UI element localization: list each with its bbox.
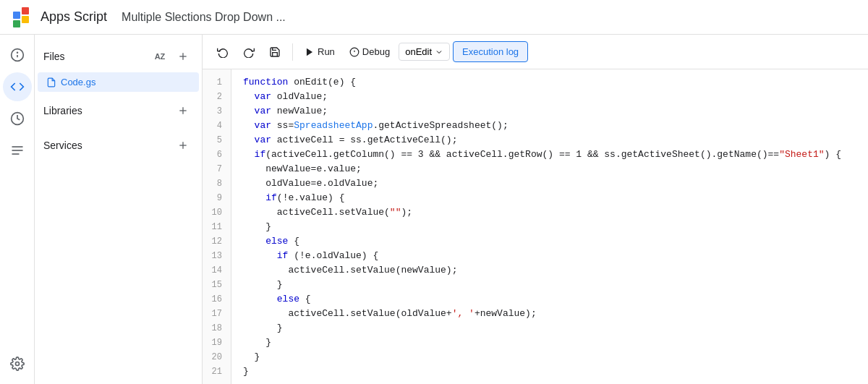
file-item-code-gs[interactable]: Code.gs — [38, 72, 199, 92]
plus-icon — [177, 140, 189, 151]
code-line: } — [243, 364, 868, 379]
line-number: 1 — [203, 75, 231, 90]
code-line: var oldValue; — [243, 90, 868, 104]
code-line: var newValue; — [243, 104, 868, 119]
add-library-button[interactable] — [173, 101, 193, 121]
sort-icon: AZ — [155, 52, 166, 61]
file-icon — [46, 77, 56, 88]
line-number: 9 — [203, 191, 231, 205]
execution-log-button[interactable]: Execution log — [453, 41, 528, 62]
rail-info-icon[interactable] — [3, 40, 32, 69]
line-number: 11 — [203, 220, 231, 234]
top-bar: Apps Script Multiple Slections Drop Down… — [0, 0, 868, 35]
project-title: Multiple Slections Drop Down ... — [122, 11, 286, 24]
line-number: 15 — [203, 278, 231, 292]
code-line: else { — [243, 234, 868, 249]
code-line: else { — [243, 292, 868, 307]
logo-area: Apps Script — [12, 6, 107, 29]
code-line: activeCell.setValue(newValue); — [243, 263, 868, 278]
sidebar: Files AZ Code.gs Libraries — [35, 35, 203, 384]
files-header-actions: AZ — [150, 46, 193, 67]
svg-rect-3 — [13, 20, 20, 27]
svg-rect-0 — [13, 12, 20, 19]
code-line: var ss=SpreadsheetApp.getActiveSpreadshe… — [243, 119, 868, 133]
function-selector[interactable]: onEdit — [399, 43, 450, 61]
line-number: 21 — [203, 364, 231, 379]
save-icon — [269, 46, 281, 58]
plus-icon — [177, 51, 189, 62]
line-numbers: 123456789101112131415161718192021 — [203, 69, 231, 384]
services-section: Services — [35, 129, 202, 161]
code-line: } — [243, 220, 868, 234]
line-number: 10 — [203, 205, 231, 220]
rail-executions-icon[interactable] — [3, 136, 32, 165]
plus-icon — [177, 105, 189, 116]
function-name: onEdit — [405, 46, 432, 57]
undo-icon — [217, 46, 229, 58]
files-label: Files — [43, 51, 65, 62]
code-line: if(activeCell.getColumn() == 3 && active… — [243, 148, 868, 162]
app-title: Apps Script — [41, 9, 107, 25]
save-button[interactable] — [263, 42, 286, 62]
line-number: 13 — [203, 249, 231, 263]
line-number: 8 — [203, 176, 231, 191]
code-line: var activeCell = ss.getActiveCell(); — [243, 133, 868, 148]
chevron-down-icon — [435, 48, 443, 56]
line-number: 16 — [203, 292, 231, 307]
line-number: 3 — [203, 104, 231, 119]
run-label: Run — [318, 46, 335, 57]
main-layout: Files AZ Code.gs Libraries — [0, 35, 868, 384]
toolbar-divider — [292, 43, 293, 61]
sort-files-button[interactable]: AZ — [150, 46, 170, 67]
code-line: } — [243, 336, 868, 350]
rail-code-icon[interactable] — [3, 72, 32, 101]
code-line: function onEdit(e) { — [243, 75, 868, 90]
undo-button[interactable] — [211, 42, 234, 62]
code-line: if (!e.oldValue) { — [243, 249, 868, 263]
debug-label: Debug — [362, 46, 390, 57]
editor-area: Run Debug onEdit Execution log 123 — [203, 35, 868, 384]
run-icon — [305, 47, 315, 57]
code-line: } — [243, 278, 868, 292]
svg-point-11 — [15, 362, 19, 366]
icon-rail — [0, 35, 35, 384]
services-label: Services — [43, 140, 82, 151]
files-header: Files AZ — [35, 40, 202, 72]
svg-rect-2 — [22, 16, 29, 23]
line-number: 2 — [203, 90, 231, 104]
debug-button[interactable]: Debug — [344, 42, 396, 61]
add-file-button[interactable] — [173, 46, 193, 67]
line-number: 6 — [203, 148, 231, 162]
add-service-button[interactable] — [173, 135, 193, 155]
line-number: 4 — [203, 119, 231, 133]
rail-triggers-icon[interactable] — [3, 104, 32, 133]
code-line: activeCell.setValue(""); — [243, 205, 868, 220]
code-line: oldValue=e.oldValue; — [243, 176, 868, 191]
line-number: 18 — [203, 321, 231, 336]
line-number: 19 — [203, 336, 231, 350]
toolbar: Run Debug onEdit Execution log — [203, 35, 868, 69]
file-name: Code.gs — [61, 77, 95, 88]
svg-rect-1 — [22, 7, 29, 14]
code-line: } — [243, 321, 868, 336]
libraries-section: Libraries — [35, 95, 202, 127]
line-number: 20 — [203, 350, 231, 364]
apps-script-logo — [12, 6, 35, 29]
libraries-label: Libraries — [43, 105, 82, 116]
code-line: if(!e.value) { — [243, 191, 868, 205]
code-container[interactable]: 123456789101112131415161718192021 functi… — [203, 69, 868, 384]
line-number: 5 — [203, 133, 231, 148]
svg-marker-18 — [307, 48, 312, 56]
code-line: activeCell.setValue(oldValue+', '+newVal… — [243, 307, 868, 321]
code-line: newValue=e.value; — [243, 162, 868, 176]
line-number: 12 — [203, 234, 231, 249]
redo-icon — [243, 46, 255, 58]
debug-icon — [349, 47, 359, 57]
run-button[interactable]: Run — [299, 42, 341, 61]
redo-button[interactable] — [237, 42, 260, 62]
line-number: 14 — [203, 263, 231, 278]
line-number: 7 — [203, 162, 231, 176]
code-line: } — [243, 350, 868, 364]
code-editor[interactable]: function onEdit(e) { var oldValue; var n… — [231, 69, 868, 384]
rail-settings-icon[interactable] — [3, 349, 32, 378]
